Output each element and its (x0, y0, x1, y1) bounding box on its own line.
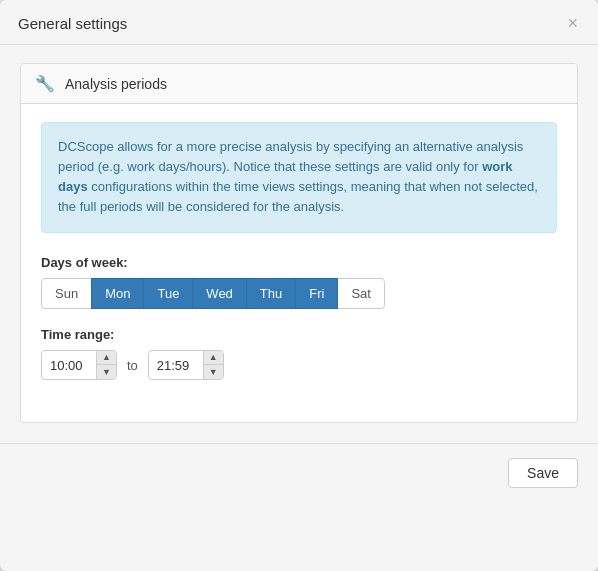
days-of-week-label: Days of week: (41, 255, 557, 270)
day-fri-button[interactable]: Fri (295, 278, 338, 310)
time-to-up-button[interactable]: ▲ (204, 351, 223, 365)
analysis-periods-panel: 🔧 Analysis periods DCScope allows for a … (20, 63, 578, 423)
time-to-down-button[interactable]: ▼ (204, 365, 223, 379)
time-from-input[interactable] (42, 353, 96, 378)
panel-header: 🔧 Analysis periods (21, 64, 577, 104)
panel-body: DCScope allows for a more precise analys… (21, 104, 577, 422)
info-text-after: configurations within the time views set… (58, 179, 538, 214)
info-box: DCScope allows for a more precise analys… (41, 122, 557, 233)
modal-body: 🔧 Analysis periods DCScope allows for a … (0, 45, 598, 443)
time-range-label: Time range: (41, 327, 557, 342)
day-tue-button[interactable]: Tue (143, 278, 193, 310)
time-to-wrapper: ▲ ▼ (148, 350, 224, 380)
save-button[interactable]: Save (508, 458, 578, 488)
time-from-spinner: ▲ ▼ (96, 351, 116, 379)
day-mon-button[interactable]: Mon (91, 278, 144, 310)
panel-title: Analysis periods (65, 76, 167, 92)
days-buttons: Sun Mon Tue Wed Thu Fri Sat (41, 278, 557, 310)
to-label: to (127, 358, 138, 373)
day-thu-button[interactable]: Thu (246, 278, 296, 310)
close-button[interactable]: × (565, 14, 580, 32)
modal: General settings × 🔧 Analysis periods DC… (0, 0, 598, 571)
info-text-before: DCScope allows for a more precise analys… (58, 139, 523, 174)
time-from-down-button[interactable]: ▼ (97, 365, 116, 379)
modal-footer: Save (0, 443, 598, 502)
wrench-icon: 🔧 (35, 74, 55, 93)
day-sun-button[interactable]: Sun (41, 278, 92, 310)
time-range-group: Time range: ▲ ▼ to (41, 327, 557, 380)
modal-title: General settings (18, 15, 127, 32)
time-to-input[interactable] (149, 353, 203, 378)
day-sat-button[interactable]: Sat (337, 278, 385, 310)
days-of-week-group: Days of week: Sun Mon Tue Wed Thu Fri Sa… (41, 255, 557, 310)
time-to-spinner: ▲ ▼ (203, 351, 223, 379)
day-wed-button[interactable]: Wed (192, 278, 247, 310)
time-range-inputs: ▲ ▼ to ▲ ▼ (41, 350, 557, 380)
time-from-up-button[interactable]: ▲ (97, 351, 116, 365)
modal-header: General settings × (0, 0, 598, 45)
time-from-wrapper: ▲ ▼ (41, 350, 117, 380)
